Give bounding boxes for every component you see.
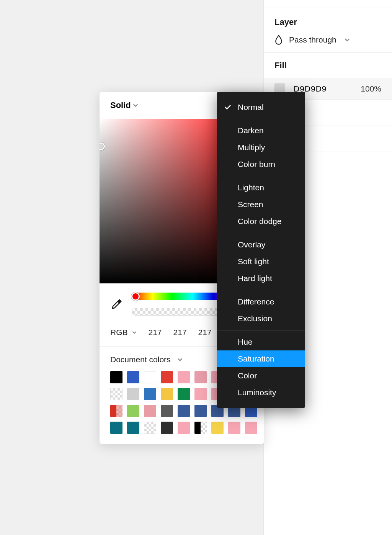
color-swatch[interactable] [127,388,139,400]
layer-blend-mode-select[interactable]: Pass through [274,35,381,45]
color-mode-label: RGB [110,328,128,337]
blend-mode-option[interactable]: Color burn [217,156,305,173]
color-mode-select[interactable]: RGB [110,328,137,337]
color-swatch[interactable] [194,405,207,417]
color-b-value[interactable]: 217 [198,328,212,337]
color-swatch[interactable] [110,422,122,434]
blend-mode-dropdown: NormalDarkenMultiplyColor burnLightenScr… [217,92,305,408]
blend-mode-option[interactable]: Hard light [217,270,305,287]
blend-mode-option-label: Exclusion [238,314,272,323]
blend-mode-option-label: Overlay [238,240,265,249]
blend-mode-option[interactable]: Screen [217,196,305,213]
check-icon [224,103,232,111]
chevron-down-icon [132,330,137,335]
hue-slider-knob[interactable] [131,292,140,301]
color-swatch[interactable] [144,371,156,383]
color-swatch[interactable] [161,388,173,400]
color-swatch[interactable] [194,371,207,383]
color-swatch[interactable] [194,388,207,400]
color-swatch[interactable] [194,422,207,434]
color-swatch[interactable] [127,422,139,434]
blend-mode-option-label: Luminosity [238,388,276,397]
fill-type-label: Solid [110,100,131,110]
blend-mode-option-label: Screen [238,200,263,209]
color-swatch[interactable] [178,405,190,417]
blend-mode-option[interactable]: Hue [217,334,305,350]
blend-mode-option-label: Color dodge [238,217,281,226]
layer-blend-mode-value: Pass through [289,35,336,44]
eyedropper-icon[interactable] [110,298,123,311]
layer-section-title: Layer [274,17,381,27]
color-swatch[interactable] [161,371,173,383]
color-swatch[interactable] [110,388,122,400]
document-colors-label: Document colors [110,355,171,364]
color-swatch[interactable] [178,388,190,400]
blend-mode-option[interactable]: Overlay [217,236,305,253]
blend-mode-option[interactable]: Color [217,367,305,384]
color-swatch[interactable] [228,422,240,434]
blend-mode-option-label: Difference [238,297,274,306]
blend-mode-option-label: Color burn [238,160,275,169]
color-swatch[interactable] [110,371,122,383]
blend-mode-option[interactable]: Lighten [217,179,305,196]
blend-mode-option[interactable]: Difference [217,293,305,310]
color-swatch[interactable] [178,371,190,383]
color-swatch[interactable] [144,388,156,400]
color-r-value[interactable]: 217 [149,328,162,337]
blend-mode-option[interactable]: Multiply [217,139,305,156]
blend-mode-option[interactable]: Luminosity [217,384,305,401]
blend-mode-option[interactable]: Exclusion [217,310,305,327]
color-swatch[interactable] [110,405,122,417]
blend-mode-option[interactable]: Saturation [217,350,305,367]
layer-section: Layer Pass through [264,8,392,53]
blend-mode-option[interactable]: Soft light [217,253,305,270]
blend-mode-option-label: Lighten [238,183,264,192]
blend-mode-option-label: Darken [238,126,264,135]
blend-mode-option-label: Normal [238,103,264,112]
blend-mode-option[interactable]: Normal [217,99,305,116]
color-swatch[interactable] [127,405,139,417]
blend-mode-option-label: Hue [238,337,253,347]
fill-section-title: Fill [274,61,381,70]
color-swatch[interactable] [144,422,156,434]
saturation-field-cursor[interactable] [100,142,105,150]
color-g-value[interactable]: 217 [173,328,187,337]
blend-mode-option-label: Multiply [238,143,265,152]
color-swatch[interactable] [178,422,190,434]
blend-mode-option-label: Soft light [238,257,269,266]
droplet-icon [274,35,283,45]
blend-mode-option-label: Color [238,371,257,380]
fill-opacity-value[interactable]: 100% [361,84,381,93]
blend-mode-option-label: Saturation [238,354,274,363]
color-swatch[interactable] [211,422,224,434]
blend-mode-option[interactable]: Color dodge [217,213,305,230]
color-swatch[interactable] [127,371,139,383]
chevron-down-icon [132,102,139,108]
color-swatch[interactable] [245,422,257,434]
blend-mode-option-label: Hard light [238,274,272,283]
color-swatch[interactable] [161,422,173,434]
blend-mode-option[interactable]: Darken [217,122,305,139]
color-swatch[interactable] [161,405,173,417]
chevron-down-icon [344,37,350,43]
color-swatch[interactable] [144,405,156,417]
chevron-down-icon [177,357,183,363]
